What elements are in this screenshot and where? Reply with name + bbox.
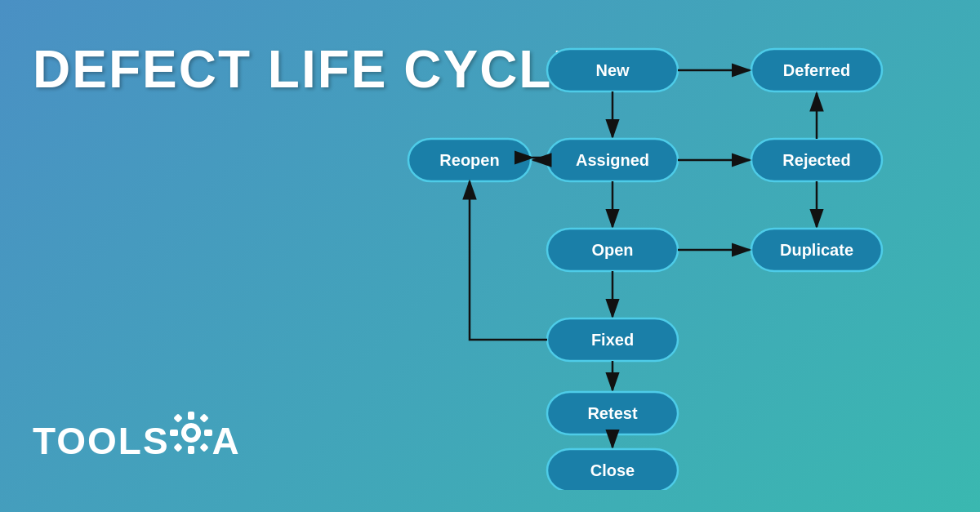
gear-icon — [170, 412, 212, 454]
logo-area: TOOLS A — [33, 412, 241, 463]
flow-chart: New Deferred Reopen Assigned Rejected — [400, 24, 956, 490]
svg-rect-2 — [188, 446, 194, 454]
svg-rect-3 — [170, 430, 178, 436]
svg-rect-7 — [199, 443, 208, 452]
node-reopen-label: Reopen — [439, 151, 499, 169]
arrow-fixed-reopen — [470, 181, 547, 340]
node-deferred-label: Deferred — [783, 61, 850, 79]
node-duplicate-label: Duplicate — [780, 241, 853, 259]
logo-part1: TOOLS — [33, 420, 170, 462]
node-fixed-label: Fixed — [591, 331, 634, 349]
node-open-label: Open — [591, 241, 633, 259]
svg-rect-8 — [173, 443, 182, 452]
svg-rect-5 — [199, 413, 208, 422]
svg-point-0 — [185, 426, 198, 439]
page-container: DEFECT LIFE CYCLE TOOLS — [0, 0, 980, 512]
node-close-label: Close — [590, 461, 635, 479]
svg-rect-1 — [188, 412, 194, 420]
diagram-area: New Deferred Reopen Assigned Rejected — [400, 24, 956, 490]
svg-rect-4 — [204, 430, 212, 436]
node-retest-label: Retest — [587, 404, 637, 422]
node-assigned-label: Assigned — [576, 151, 649, 169]
svg-rect-6 — [173, 413, 182, 422]
node-new-label: New — [595, 61, 630, 79]
logo-text: TOOLS A — [33, 412, 241, 463]
logo-part2: A — [212, 420, 241, 462]
node-rejected-label: Rejected — [782, 151, 850, 169]
